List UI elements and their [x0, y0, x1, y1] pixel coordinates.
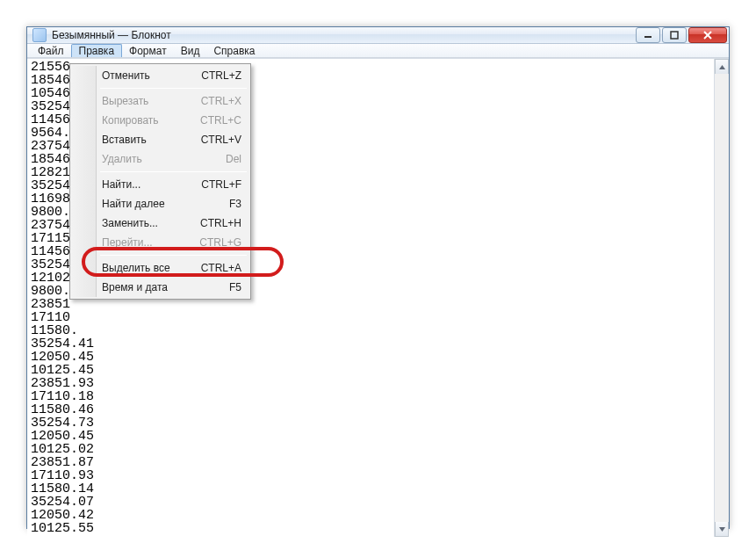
scroll-up-arrow[interactable]	[715, 59, 729, 74]
svg-rect-1	[671, 32, 678, 39]
menuitem-copy[interactable]: Копировать CTRL+C	[72, 111, 248, 130]
menuitem-delete[interactable]: Удалить Del	[72, 149, 248, 169]
menuitem-replace[interactable]: Заменить... CTRL+H	[72, 214, 248, 233]
menuitem-time-date[interactable]: Время и дата F5	[72, 278, 248, 297]
edit-dropdown: Отменить CTRL+Z Вырезать CTRL+X Копирова…	[69, 63, 251, 300]
menu-edit[interactable]: Правка	[71, 44, 123, 57]
menu-help[interactable]: Справка	[206, 44, 262, 57]
notepad-icon	[32, 28, 47, 42]
menu-format[interactable]: Формат	[122, 44, 174, 57]
menuitem-paste[interactable]: Вставить CTRL+V	[72, 130, 248, 149]
window-title: Безымянный — Блокнот	[52, 29, 171, 41]
menuitem-find[interactable]: Найти... CTRL+F	[72, 175, 248, 194]
close-button[interactable]	[688, 27, 727, 43]
scroll-down-arrow[interactable]	[715, 522, 729, 537]
menubar: Файл Правка Формат Вид Справка Отменить …	[27, 44, 729, 58]
vertical-scrollbar[interactable]	[714, 59, 729, 537]
menuitem-undo[interactable]: Отменить CTRL+Z	[72, 66, 248, 85]
menuitem-select-all[interactable]: Выделить все CTRL+A	[72, 258, 248, 278]
titlebar: Безымянный — Блокнот	[27, 27, 729, 44]
menu-file[interactable]: Файл	[31, 44, 71, 57]
maximize-button[interactable]	[662, 27, 687, 43]
minimize-button[interactable]	[636, 27, 660, 43]
menu-view[interactable]: Вид	[174, 44, 207, 57]
svg-marker-5	[719, 527, 725, 532]
menuitem-goto[interactable]: Перейти... CTRL+G	[72, 233, 248, 252]
notepad-window: Безымянный — Блокнот Файл Правка Формат …	[26, 26, 730, 529]
menuitem-cut[interactable]: Вырезать CTRL+X	[72, 91, 248, 111]
menuitem-find-next[interactable]: Найти далее F3	[72, 194, 248, 214]
svg-marker-4	[719, 65, 725, 69]
